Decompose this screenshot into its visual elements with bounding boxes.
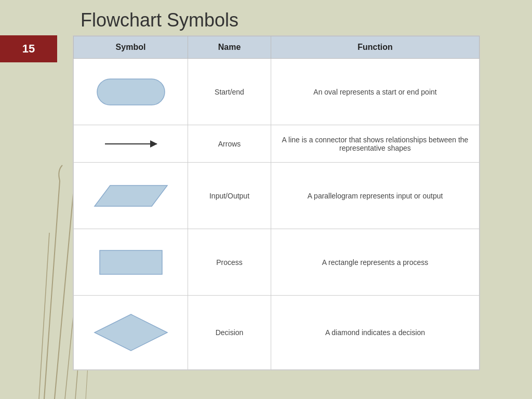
symbol-cell-oval — [74, 59, 188, 125]
symbol-cell-rectangle — [74, 229, 188, 296]
svg-rect-8 — [100, 250, 162, 274]
name-cell-arrows: Arrows — [188, 125, 271, 163]
table-row: Process A rectangle represents a process — [74, 229, 480, 296]
diamond-symbol — [92, 312, 170, 353]
function-cell-decision: A diamond indicates a decision — [271, 296, 480, 370]
table-row: Decision A diamond indicates a decision — [74, 296, 480, 370]
svg-marker-7 — [95, 185, 167, 206]
function-cell-process: A rectangle represents a process — [271, 229, 480, 296]
svg-marker-9 — [95, 314, 167, 351]
parallelogram-symbol — [92, 178, 170, 214]
function-cell-inputoutput: A parallelogram represents input or outp… — [271, 163, 480, 229]
name-cell-startend: Start/end — [188, 59, 271, 125]
symbol-cell-diamond — [74, 296, 188, 370]
table-row: Start/end An oval represents a start or … — [74, 59, 480, 125]
table-container: Symbol Name Function Start/end An oval r… — [73, 35, 480, 370]
symbol-cell-arrow — [74, 125, 188, 163]
name-cell-decision: Decision — [188, 296, 271, 370]
arrow-line — [105, 143, 157, 144]
flowchart-table: Symbol Name Function Start/end An oval r… — [73, 36, 480, 370]
rectangle-symbol — [92, 244, 170, 281]
oval-symbol — [92, 74, 170, 110]
col-name: Name — [188, 36, 271, 59]
name-cell-process: Process — [188, 229, 271, 296]
symbol-cell-parallelogram — [74, 163, 188, 229]
function-cell-arrows: A line is a connector that shows relatio… — [271, 125, 480, 163]
col-function: Function — [271, 36, 480, 59]
slide-number: 15 — [0, 35, 57, 62]
table-row: Input/Output A parallelogram represents … — [74, 163, 480, 229]
page-title: Flowchart Symbols — [81, 9, 238, 31]
svg-rect-6 — [97, 79, 165, 105]
arrow-symbol — [80, 143, 181, 144]
function-cell-startend: An oval represents a start or end point — [271, 59, 480, 125]
svg-line-3 — [39, 233, 49, 399]
table-header-row: Symbol Name Function — [74, 36, 480, 59]
col-symbol: Symbol — [74, 36, 188, 59]
table-row: Arrows A line is a connector that shows … — [74, 125, 480, 163]
name-cell-inputoutput: Input/Output — [188, 163, 271, 229]
